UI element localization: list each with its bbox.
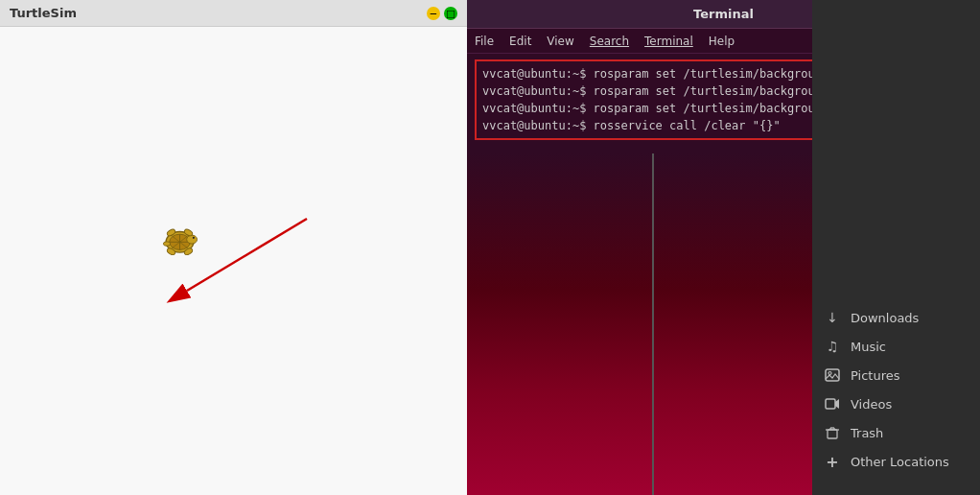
pictures-icon [824,366,841,384]
vertical-separator [652,153,654,495]
terminal-title: Terminal [693,7,754,21]
svg-point-14 [163,241,170,246]
downloads-icon: ↓ [824,309,841,326]
minimize-button[interactable]: − [427,7,440,20]
sidebar-label-other-locations: Other Locations [851,455,949,469]
sidebar-label-videos: Videos [851,397,892,412]
sidebar-bottom-spacer [812,476,980,495]
other-locations-icon: + [824,453,841,470]
sidebar-label-pictures: Pictures [851,368,899,383]
menu-terminal[interactable]: Terminal [644,35,693,48]
arrow-graphic [0,27,467,495]
svg-rect-15 [826,369,839,381]
sidebar-label-downloads: Downloads [851,311,919,325]
maximize-button[interactable]: □ [444,7,457,20]
svg-point-9 [193,236,195,238]
turtlesim-canvas [0,27,467,495]
menu-search[interactable]: Search [590,35,629,48]
terminal-bg-lower [467,153,812,495]
svg-point-8 [187,235,198,244]
sidebar-item-pictures[interactable]: Pictures [812,361,980,389]
menu-help[interactable]: Help [709,35,735,48]
sidebar-item-downloads[interactable]: ↓ Downloads [812,303,980,332]
sidebar-item-videos[interactable]: Videos [812,389,980,418]
turtlesim-panel: TurtleSim − □ [0,0,467,495]
file-sidebar: ↓ Downloads ♫ Music Pictures Videos [812,0,980,495]
svg-rect-17 [826,399,835,409]
svg-rect-19 [828,430,837,438]
trash-icon [824,424,841,441]
videos-icon [824,395,841,412]
sidebar-item-other-locations[interactable]: + Other Locations [812,447,980,476]
turtle-icon [153,219,201,257]
sidebar-label-trash: Trash [851,426,883,440]
sidebar-item-trash[interactable]: Trash [812,418,980,447]
menu-file[interactable]: File [475,35,494,48]
sidebar-label-music: Music [851,340,886,354]
turtlesim-titlebar: TurtleSim − □ [0,0,467,27]
menu-edit[interactable]: Edit [509,35,531,48]
window-controls: − □ [427,7,457,20]
menu-view[interactable]: View [547,35,573,48]
music-icon: ♫ [824,338,841,355]
sidebar-item-music[interactable]: ♫ Music [812,332,980,361]
svg-point-16 [828,372,831,375]
turtlesim-title: TurtleSim [10,6,77,20]
sidebar-spacer [812,0,980,303]
